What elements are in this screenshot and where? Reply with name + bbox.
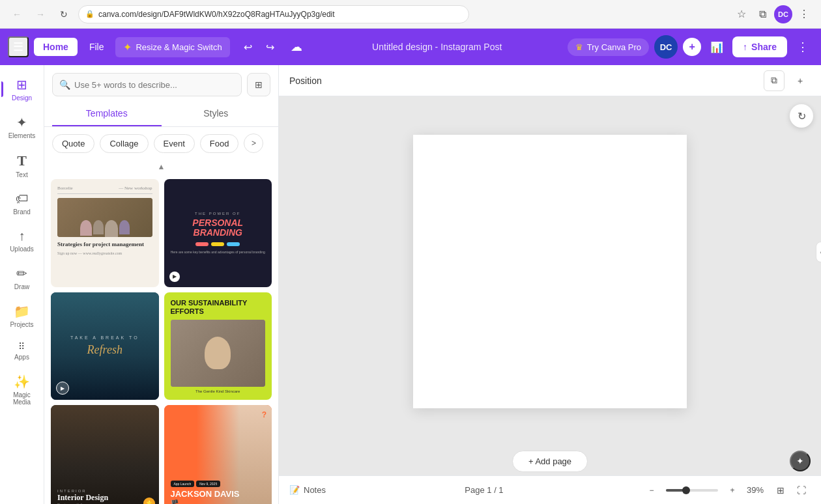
profile-avatar[interactable]: DC [654,35,678,59]
chip-quote[interactable]: Quote [52,134,94,153]
undo-button[interactable]: ↩ [238,36,259,57]
notes-button[interactable]: 📝 Notes [289,485,326,495]
sidebar-item-text[interactable]: T Text [4,147,40,184]
browser-more-button[interactable]: ⋮ [795,5,813,23]
tpl-1-image [57,198,152,237]
sidebar-item-apps[interactable]: ⠿ Apps [4,336,40,366]
sidebar-icons: ⊞ Design ✦ Elements T Text 🏷 Brand ↑ Upl… [0,65,44,504]
share-button[interactable]: ↑ Share [732,36,787,57]
template-card-personal-branding[interactable]: THE POWER OF PERSONAL BRANDING Here are … [164,179,272,287]
jackson-davis-name: Jackson Davis [171,490,266,499]
zoom-out-button[interactable]: − [642,481,661,499]
add-account-button[interactable]: + [683,38,701,56]
canvas-area: Position ⧉ + ↻ + Add page [279,65,821,504]
search-input[interactable] [74,80,235,90]
design-icon: ⊞ [16,77,27,92]
search-input-wrap[interactable]: 🔍 [52,73,242,96]
sidebar-item-magic-media[interactable]: ✨ Magic Media [4,369,40,411]
help-button[interactable]: ✦ [790,451,811,471]
zoom-in-button[interactable]: + [723,481,742,499]
chip-food[interactable]: Food [200,134,239,153]
add-element-button[interactable]: + [790,70,811,91]
fullscreen-button[interactable]: ⛶ [792,481,811,499]
tpl-branding-desc: Here are some key benefits and advantage… [171,250,265,255]
try-pro-button[interactable]: ♛ Try Canva Pro [568,38,649,56]
topbar-more-button[interactable]: ⋮ [792,36,813,57]
left-panel: 🔍 ⊞ Templates Styles Quote Collage Event… [44,65,279,504]
sidebar-item-projects[interactable]: 📁 Projects [4,298,40,333]
refresh-button[interactable]: ↻ [55,5,73,23]
template-card-sustainability[interactable]: OUR SUSTAINABILITY EFFORTS The Gentle Ki… [164,292,272,400]
topbar: ☰ Home File ✦ Resize & Magic Switch ↩ ↪ … [0,29,821,65]
sidebar-item-draw[interactable]: ✏ Draw [4,260,40,296]
main-content: ⊞ Design ✦ Elements T Text 🏷 Brand ↑ Upl… [0,65,821,504]
magic-star-icon: ✦ [123,41,132,53]
template-card-jackson-davis[interactable]: App Launch Nov 9, 2025 Jackson Davis 🏴 ? [164,405,272,504]
take-a-break-text: TAKE A BREAK TO [70,335,139,340]
sidebar-item-label: Design [12,94,32,102]
share-icon: ↑ [743,42,747,52]
home-button[interactable]: Home [34,38,78,56]
duplicate-canvas-button[interactable]: ⧉ [764,70,785,91]
chevron-up-icon: ▲ [158,162,166,171]
sidebar-item-brand[interactable]: 🏷 Brand [4,186,40,221]
file-button[interactable]: File [83,38,111,56]
bookmark-button[interactable]: ☆ [732,5,751,23]
apps-icon: ⠿ [18,341,25,352]
canvas-card[interactable] [413,135,687,408]
play-button[interactable]: ▶ [56,382,69,395]
bottom-bar: 📝 Notes Page 1 / 1 − + 39% ⊞ ⛶ [279,475,821,504]
sidebar-item-elements[interactable]: ✦ Elements [4,109,40,145]
zoom-slider[interactable] [666,489,718,492]
page-info: Page 1 / 1 [334,485,635,495]
filter-button[interactable]: ⊞ [247,73,270,96]
redo-button[interactable]: ↪ [260,36,281,57]
tab-templates[interactable]: Templates [52,102,162,126]
template-card-interior-design[interactable]: INTERIOR Interior Design Design portfoli… [51,405,159,504]
filter-chips: Quote Collage Event Food > [44,127,278,160]
template-card-strategies[interactable]: Borcelie — New workshop [51,179,159,287]
canvas-toolbar-actions: ⧉ + [764,70,811,91]
window-button[interactable]: ⧉ [753,5,771,23]
projects-icon: 📁 [14,303,30,319]
canvas-refresh-button[interactable]: ↻ [790,104,813,128]
add-page-bar[interactable]: + Add page [279,447,821,475]
zoom-slider-thumb[interactable] [682,486,690,494]
tab-styles[interactable]: Styles [162,102,271,126]
browser-profile[interactable]: DC [774,5,792,23]
browser-actions: ☆ ⧉ DC ⋮ [732,5,813,23]
magic-switch-button[interactable]: ✦ Resize & Magic Switch [115,37,229,57]
add-page-button[interactable]: + Add page [512,451,588,472]
interior-design-title: Interior Design [57,493,152,503]
menu-button[interactable]: ☰ [8,36,29,57]
document-title: Untitled design - Instagram Post [312,42,562,52]
grid-view-button[interactable]: ⊞ [771,481,790,499]
chip-app-launch: App Launch [171,481,195,487]
forward-button[interactable]: → [31,5,50,23]
tpl-personal-branding-title: PERSONAL BRANDING [171,218,266,238]
chip-event[interactable]: Event [154,134,195,153]
chips-more-button[interactable]: > [244,133,263,153]
zoom-percent: 39% [747,485,764,495]
dot-red [195,242,209,246]
canva-app: ☰ Home File ✦ Resize & Magic Switch ↩ ↪ … [0,29,821,504]
panel-tabs: Templates Styles [44,102,278,127]
scroll-up-indicator[interactable]: ▲ [44,160,278,174]
undo-redo-group: ↩ ↪ [238,36,281,57]
analytics-button[interactable]: 📊 [706,36,727,57]
play-icon: ▶ [169,272,180,282]
sidebar-item-uploads[interactable]: ↑ Uploads [4,223,40,258]
cloud-save-button[interactable]: ☁ [286,36,307,57]
back-button[interactable]: ← [8,5,26,23]
magic-media-icon: ✨ [14,374,30,389]
sustainability-image [171,320,266,387]
canvas-toolbar-label: Position [289,76,322,86]
template-card-refresh[interactable]: TAKE A BREAK TO Refresh ▶ [51,292,159,400]
uploads-icon: ↑ [19,229,25,244]
chip-collage[interactable]: Collage [100,134,148,153]
sidebar-item-design[interactable]: ⊞ Design [4,72,40,107]
canvas-viewport: ↻ [279,96,821,447]
lock-icon: 🔒 [85,10,94,18]
address-bar[interactable]: 🔒 canva.com/design/DAF9tWldKW0/hX92zoQ8R… [78,5,469,23]
question-mark: ? [262,410,266,419]
